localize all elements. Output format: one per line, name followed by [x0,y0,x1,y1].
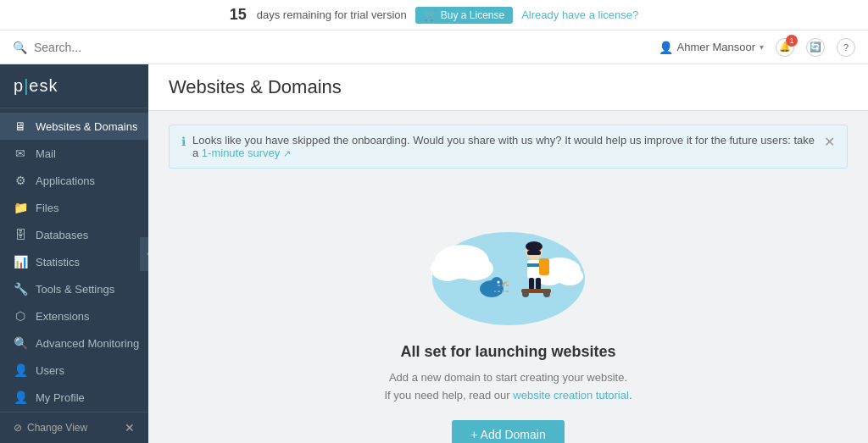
files-icon: 📁 [14,201,27,214]
tools-icon: 🔧 [14,282,27,296]
sidebar-item-label: Extensions [36,310,90,323]
search-input[interactable] [34,41,652,54]
svg-point-3 [456,257,493,280]
svg-rect-17 [529,278,534,290]
svg-point-12 [526,241,542,252]
user-icon: 👤 [659,41,673,54]
users-icon: 👤 [14,363,27,377]
sidebar-item-advanced-monitoring[interactable]: 🔍 Advanced Monitoring [0,329,148,357]
change-view-label: Change View [27,422,87,434]
sidebar-item-applications[interactable]: ⚙ Applications [0,167,148,194]
info-banner: ℹ Looks like you have skipped the onboar… [169,125,848,169]
chevron-down-icon: ▾ [760,42,764,52]
svg-point-21 [543,291,550,297]
extensions-icon: ⬡ [14,309,27,323]
mail-icon: ✉ [14,147,27,160]
sidebar-item-label: Tools & Settings [36,283,114,296]
logo: p|esk [0,64,148,108]
survey-link[interactable]: 1-minute survey [202,147,280,159]
sidebar-item-label: Files [36,202,58,214]
change-view-close-button[interactable]: ✕ [125,421,135,435]
sidebar-item-label: Databases [36,229,88,241]
sidebar-item-databases[interactable]: 🗄 Databases [0,221,148,248]
sidebar-item-label: Users [36,364,64,377]
sidebar-item-label: Mail [36,147,56,160]
notifications-button[interactable]: 🔔 1 [776,38,794,57]
profile-icon: 👤 [14,390,27,404]
sidebar: p|esk 🖥 Websites & Domains ✉ Mail ⚙ Appl… [0,64,148,443]
info-icon: ℹ [181,135,186,148]
sidebar-item-my-profile[interactable]: 👤 My Profile [0,384,148,411]
banner-close-button[interactable]: ✕ [824,134,835,150]
sidebar-item-websites-domains[interactable]: 🖥 Websites & Domains [0,113,148,140]
content-area: Websites & Domains ℹ Looks like you have… [148,64,868,443]
sidebar-item-tools-settings[interactable]: 🔧 Tools & Settings [0,275,148,302]
sidebar-item-files[interactable]: 📁 Files [0,194,148,221]
applications-icon: ⚙ [14,174,27,187]
external-link-icon: ↗ [283,148,291,158]
sidebar-item-label: Statistics [36,256,80,269]
hero-heading: All set for launching websites [400,343,615,361]
search-bar: 🔍 👤 Ahmer Mansoor ▾ 🔔 1 🔄 ? [0,30,868,64]
hero-section: All set for launching websites Add a new… [169,186,848,443]
notification-badge: 1 [786,35,798,47]
sidebar-item-mail[interactable]: ✉ Mail [0,140,148,167]
user-name[interactable]: Ahmer Mansoor [677,41,755,53]
page-header: Websites & Domains [148,64,868,111]
add-domain-button[interactable]: + Add Domain [452,420,564,443]
sidebar-item-statistics[interactable]: 📊 Statistics [0,248,148,275]
banner-text: Looks like you have skipped the onboardi… [192,134,817,159]
svg-rect-13 [527,251,541,255]
svg-rect-16 [539,258,549,275]
sidebar-item-label: My Profile [36,391,85,404]
change-view-icon: ⊘ [14,422,22,434]
sidebar-item-label: Websites & Domains [36,120,137,133]
trial-text: days remaining for trial version [257,8,407,21]
change-view-button[interactable]: ⊘ Change View [14,422,87,434]
page-title: Websites & Domains [169,76,848,98]
monitor-icon: 🖥 [14,119,27,133]
trial-bar: 15 days remaining for trial version 🛒 Bu… [0,0,868,30]
databases-icon: 🗄 [14,228,27,241]
svg-point-10 [497,281,499,284]
header-right: 👤 Ahmer Mansoor ▾ 🔔 1 🔄 ? [659,38,855,57]
sidebar-bottom: ⊘ Change View ✕ [0,412,148,443]
svg-point-20 [522,291,529,297]
hero-body: Add a new domain to start creating your … [385,369,632,405]
statistics-icon: 📊 [14,255,27,269]
already-license-link[interactable]: Already have a license? [521,8,638,21]
svg-point-8 [491,277,503,289]
monitoring-icon: 🔍 [14,336,27,350]
main-layout: p|esk 🖥 Websites & Domains ✉ Mail ⚙ Appl… [0,64,868,443]
trial-days: 15 [230,6,247,24]
sidebar-item-users[interactable]: 👤 Users [0,357,148,384]
svg-point-6 [556,267,583,285]
help-button[interactable]: ? [837,38,855,57]
search-icon: 🔍 [13,41,27,54]
buy-license-button[interactable]: 🛒 Buy a License [415,7,513,24]
sidebar-collapse-button[interactable]: ‹ [140,237,148,271]
svg-rect-18 [536,278,541,290]
sidebar-item-label: Advanced Monitoring [36,337,139,350]
updates-button[interactable]: 🔄 [806,38,825,57]
content-inner: ℹ Looks like you have skipped the onboar… [148,111,868,443]
sidebar-item-extensions[interactable]: ⬡ Extensions [0,302,148,329]
tutorial-link[interactable]: website creation tutorial [513,389,629,401]
sidebar-nav: 🖥 Websites & Domains ✉ Mail ⚙ Applicatio… [0,108,148,412]
cart-icon: 🛒 [424,9,437,21]
hero-illustration [424,194,593,329]
sidebar-item-label: Applications [36,174,95,187]
